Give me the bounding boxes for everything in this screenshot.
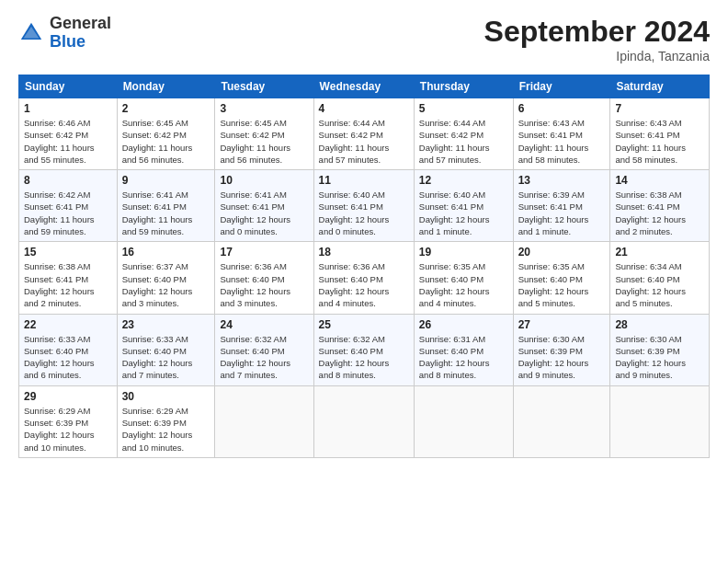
col-thursday: Thursday — [414, 75, 513, 98]
calendar-cell: 2Sunrise: 6:45 AM Sunset: 6:42 PM Daylig… — [117, 98, 215, 170]
day-number: 14 — [615, 174, 704, 187]
day-info: Sunrise: 6:45 AM Sunset: 6:42 PM Dayligh… — [122, 117, 210, 166]
day-info: Sunrise: 6:33 AM Sunset: 6:40 PM Dayligh… — [122, 333, 210, 382]
day-number: 4 — [319, 102, 409, 115]
day-number: 25 — [319, 318, 409, 331]
logo-blue: Blue — [50, 32, 85, 51]
day-number: 28 — [615, 318, 704, 331]
day-number: 2 — [122, 102, 210, 115]
day-info: Sunrise: 6:35 AM Sunset: 6:40 PM Dayligh… — [518, 260, 606, 309]
day-info: Sunrise: 6:32 AM Sunset: 6:40 PM Dayligh… — [319, 333, 409, 382]
day-info: Sunrise: 6:33 AM Sunset: 6:40 PM Dayligh… — [24, 333, 112, 382]
day-info: Sunrise: 6:36 AM Sunset: 6:40 PM Dayligh… — [319, 260, 409, 309]
calendar-cell: 28Sunrise: 6:30 AM Sunset: 6:39 PM Dayli… — [610, 314, 710, 385]
day-info: Sunrise: 6:34 AM Sunset: 6:40 PM Dayligh… — [615, 260, 704, 309]
calendar-cell: 20Sunrise: 6:35 AM Sunset: 6:40 PM Dayli… — [513, 242, 610, 314]
calendar-cell: 5Sunrise: 6:44 AM Sunset: 6:42 PM Daylig… — [414, 98, 513, 170]
calendar-header-row: Sunday Monday Tuesday Wednesday Thursday… — [19, 75, 710, 98]
day-info: Sunrise: 6:36 AM Sunset: 6:40 PM Dayligh… — [220, 260, 308, 309]
col-tuesday: Tuesday — [215, 75, 313, 98]
day-info: Sunrise: 6:30 AM Sunset: 6:39 PM Dayligh… — [615, 333, 704, 382]
calendar-cell: 16Sunrise: 6:37 AM Sunset: 6:40 PM Dayli… — [117, 242, 215, 314]
day-info: Sunrise: 6:42 AM Sunset: 6:41 PM Dayligh… — [24, 189, 112, 237]
calendar-cell: 13Sunrise: 6:39 AM Sunset: 6:41 PM Dayli… — [513, 170, 610, 242]
calendar-cell — [414, 385, 513, 457]
week-row-3: 15Sunrise: 6:38 AM Sunset: 6:41 PM Dayli… — [19, 242, 710, 314]
calendar-cell: 15Sunrise: 6:38 AM Sunset: 6:41 PM Dayli… — [19, 242, 118, 314]
day-info: Sunrise: 6:29 AM Sunset: 6:39 PM Dayligh… — [24, 405, 112, 454]
day-info: Sunrise: 6:38 AM Sunset: 6:41 PM Dayligh… — [24, 260, 112, 309]
day-number: 9 — [122, 174, 210, 187]
calendar-cell — [215, 385, 313, 457]
logo-text: General Blue — [50, 15, 111, 52]
calendar-cell: 9Sunrise: 6:41 AM Sunset: 6:41 PM Daylig… — [117, 170, 215, 242]
week-row-1: 1Sunrise: 6:46 AM Sunset: 6:42 PM Daylig… — [19, 98, 710, 170]
calendar-cell: 24Sunrise: 6:32 AM Sunset: 6:40 PM Dayli… — [215, 314, 313, 385]
calendar-cell: 29Sunrise: 6:29 AM Sunset: 6:39 PM Dayli… — [19, 385, 118, 457]
calendar-cell: 10Sunrise: 6:41 AM Sunset: 6:41 PM Dayli… — [215, 170, 313, 242]
calendar-cell: 7Sunrise: 6:43 AM Sunset: 6:41 PM Daylig… — [610, 98, 710, 170]
day-number: 26 — [419, 318, 508, 331]
calendar-cell: 26Sunrise: 6:31 AM Sunset: 6:40 PM Dayli… — [414, 314, 513, 385]
day-info: Sunrise: 6:40 AM Sunset: 6:41 PM Dayligh… — [419, 189, 508, 237]
calendar-cell — [313, 385, 414, 457]
day-number: 3 — [220, 102, 308, 115]
calendar-cell: 25Sunrise: 6:32 AM Sunset: 6:40 PM Dayli… — [313, 314, 414, 385]
day-number: 5 — [419, 102, 508, 115]
logo-icon — [18, 20, 44, 46]
calendar-cell: 14Sunrise: 6:38 AM Sunset: 6:41 PM Dayli… — [610, 170, 710, 242]
day-number: 13 — [518, 174, 606, 187]
calendar-cell: 17Sunrise: 6:36 AM Sunset: 6:40 PM Dayli… — [215, 242, 313, 314]
week-row-5: 29Sunrise: 6:29 AM Sunset: 6:39 PM Dayli… — [19, 385, 710, 457]
calendar-cell: 22Sunrise: 6:33 AM Sunset: 6:40 PM Dayli… — [19, 314, 118, 385]
col-friday: Friday — [513, 75, 610, 98]
calendar-cell — [610, 385, 710, 457]
calendar-cell: 11Sunrise: 6:40 AM Sunset: 6:41 PM Dayli… — [313, 170, 414, 242]
day-info: Sunrise: 6:30 AM Sunset: 6:39 PM Dayligh… — [518, 333, 606, 382]
day-number: 17 — [220, 246, 308, 259]
day-number: 8 — [24, 174, 112, 187]
day-number: 30 — [122, 390, 210, 403]
week-row-2: 8Sunrise: 6:42 AM Sunset: 6:41 PM Daylig… — [19, 170, 710, 242]
logo: General Blue — [18, 15, 111, 52]
day-number: 22 — [24, 318, 112, 331]
calendar-cell: 8Sunrise: 6:42 AM Sunset: 6:41 PM Daylig… — [19, 170, 118, 242]
day-number: 15 — [24, 246, 112, 259]
month-title: September 2024 — [484, 15, 710, 49]
day-info: Sunrise: 6:41 AM Sunset: 6:41 PM Dayligh… — [220, 189, 308, 237]
calendar-cell — [513, 385, 610, 457]
day-info: Sunrise: 6:43 AM Sunset: 6:41 PM Dayligh… — [518, 117, 606, 166]
location: Ipinda, Tanzania — [484, 49, 710, 63]
day-info: Sunrise: 6:29 AM Sunset: 6:39 PM Dayligh… — [122, 405, 210, 454]
day-info: Sunrise: 6:35 AM Sunset: 6:40 PM Dayligh… — [419, 260, 508, 309]
day-number: 20 — [518, 246, 606, 259]
day-info: Sunrise: 6:40 AM Sunset: 6:41 PM Dayligh… — [319, 189, 409, 237]
day-number: 24 — [220, 318, 308, 331]
day-number: 21 — [615, 246, 704, 259]
week-row-4: 22Sunrise: 6:33 AM Sunset: 6:40 PM Dayli… — [19, 314, 710, 385]
day-info: Sunrise: 6:39 AM Sunset: 6:41 PM Dayligh… — [518, 189, 606, 237]
day-number: 1 — [24, 102, 112, 115]
calendar-cell: 3Sunrise: 6:45 AM Sunset: 6:42 PM Daylig… — [215, 98, 313, 170]
calendar-table: Sunday Monday Tuesday Wednesday Thursday… — [18, 75, 710, 458]
day-info: Sunrise: 6:32 AM Sunset: 6:40 PM Dayligh… — [220, 333, 308, 382]
col-sunday: Sunday — [19, 75, 118, 98]
day-info: Sunrise: 6:46 AM Sunset: 6:42 PM Dayligh… — [24, 117, 112, 166]
day-info: Sunrise: 6:45 AM Sunset: 6:42 PM Dayligh… — [220, 117, 308, 166]
day-number: 29 — [24, 390, 112, 403]
col-saturday: Saturday — [610, 75, 710, 98]
calendar-cell: 21Sunrise: 6:34 AM Sunset: 6:40 PM Dayli… — [610, 242, 710, 314]
day-number: 10 — [220, 174, 308, 187]
calendar-cell: 18Sunrise: 6:36 AM Sunset: 6:40 PM Dayli… — [313, 242, 414, 314]
day-number: 23 — [122, 318, 210, 331]
day-number: 18 — [319, 246, 409, 259]
header: General Blue September 2024 Ipinda, Tanz… — [18, 15, 710, 63]
page: General Blue September 2024 Ipinda, Tanz… — [0, 0, 728, 563]
day-number: 6 — [518, 102, 606, 115]
day-number: 12 — [419, 174, 508, 187]
calendar-cell: 19Sunrise: 6:35 AM Sunset: 6:40 PM Dayli… — [414, 242, 513, 314]
day-number: 19 — [419, 246, 508, 259]
calendar-cell: 27Sunrise: 6:30 AM Sunset: 6:39 PM Dayli… — [513, 314, 610, 385]
calendar-cell: 4Sunrise: 6:44 AM Sunset: 6:42 PM Daylig… — [313, 98, 414, 170]
calendar-cell: 1Sunrise: 6:46 AM Sunset: 6:42 PM Daylig… — [19, 98, 118, 170]
